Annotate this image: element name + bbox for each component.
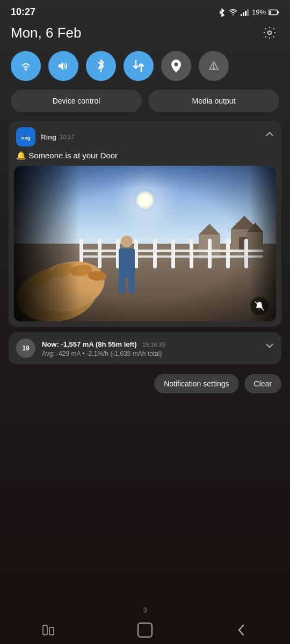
- battery-icon: [269, 9, 279, 16]
- svg-rect-1: [241, 14, 242, 16]
- ring-notif-header: ring Ring 10:27: [9, 121, 281, 151]
- signal-icon: [241, 9, 249, 16]
- battery-badge: 19: [16, 339, 35, 358]
- ring-notif-time: 10:27: [60, 134, 75, 140]
- recents-button[interactable]: [32, 619, 64, 641]
- notification-settings-button[interactable]: Notification settings: [154, 374, 238, 393]
- svg-rect-29: [43, 625, 47, 635]
- device-control-button[interactable]: Device control: [11, 90, 142, 112]
- ring-expand-icon[interactable]: [265, 128, 274, 140]
- svg-rect-2: [243, 12, 244, 16]
- qs-nfc[interactable]: [199, 51, 229, 81]
- notifications-area: ring Ring 10:27 🔔 Someone is at your Doo…: [0, 121, 290, 364]
- svg-point-8: [268, 31, 272, 35]
- ring-notification-card: ring Ring 10:27 🔔 Someone is at your Doo…: [9, 121, 281, 327]
- svg-point-12: [213, 68, 214, 69]
- status-time: 10:27: [11, 6, 35, 18]
- battery-percent: 19%: [252, 8, 266, 16]
- battery-notification-card: 19 Now: -1,557 mA (8h 55m left) 19:16:39…: [9, 332, 281, 364]
- clear-button[interactable]: Clear: [244, 374, 281, 393]
- date-display: Mon, 6 Feb: [11, 25, 82, 41]
- status-icons: 19%: [218, 8, 279, 17]
- battery-timestamp: 19:16:39: [142, 341, 165, 348]
- battery-expand-icon[interactable]: [265, 340, 274, 351]
- battery-sub-text: Avg: -429 mA • -2.1%/h (-1,635 mAh total…: [42, 350, 274, 357]
- wifi-status-icon: [228, 9, 238, 16]
- ring-app-icon: ring: [16, 127, 35, 147]
- svg-point-9: [25, 68, 27, 70]
- svg-point-10: [175, 63, 178, 67]
- ring-notif-message: 🔔 Someone is at your Door: [9, 151, 281, 166]
- battery-notif-text: Now: -1,557 mA (8h 55m left) 19:16:39 Av…: [42, 339, 274, 357]
- svg-rect-7: [269, 10, 271, 13]
- back-button[interactable]: [226, 619, 258, 641]
- battery-main-text: Now: -1,557 mA (8h 55m left): [42, 340, 137, 348]
- date-row: Mon, 6 Feb: [0, 21, 290, 51]
- ring-app-name: Ring: [41, 133, 56, 141]
- bluetooth-status-icon: [218, 8, 226, 17]
- svg-rect-6: [278, 11, 279, 13]
- home-button[interactable]: [129, 619, 161, 641]
- svg-rect-30: [49, 627, 54, 635]
- qs-data-transfer[interactable]: [124, 51, 154, 81]
- settings-icon[interactable]: [260, 23, 279, 42]
- media-output-button[interactable]: Media output: [148, 90, 279, 112]
- navigation-bar: [0, 616, 290, 644]
- quick-settings: [0, 51, 290, 90]
- svg-rect-3: [245, 11, 247, 16]
- qs-bluetooth[interactable]: [86, 51, 116, 81]
- svg-text:ring: ring: [21, 135, 31, 141]
- device-media-row: Device control Media output: [0, 90, 290, 121]
- svg-point-0: [233, 14, 234, 15]
- page-indicator: 3: [143, 606, 147, 614]
- notification-action-buttons: Notification settings Clear: [0, 370, 290, 402]
- svg-rect-4: [247, 9, 249, 16]
- qs-volume[interactable]: [48, 51, 78, 81]
- ring-camera-image[interactable]: [14, 166, 276, 321]
- qs-wifi[interactable]: [11, 51, 41, 81]
- status-bar: 10:27 19%: [0, 0, 290, 21]
- ring-mute-bell-icon[interactable]: [250, 297, 269, 315]
- qs-location[interactable]: [161, 51, 191, 81]
